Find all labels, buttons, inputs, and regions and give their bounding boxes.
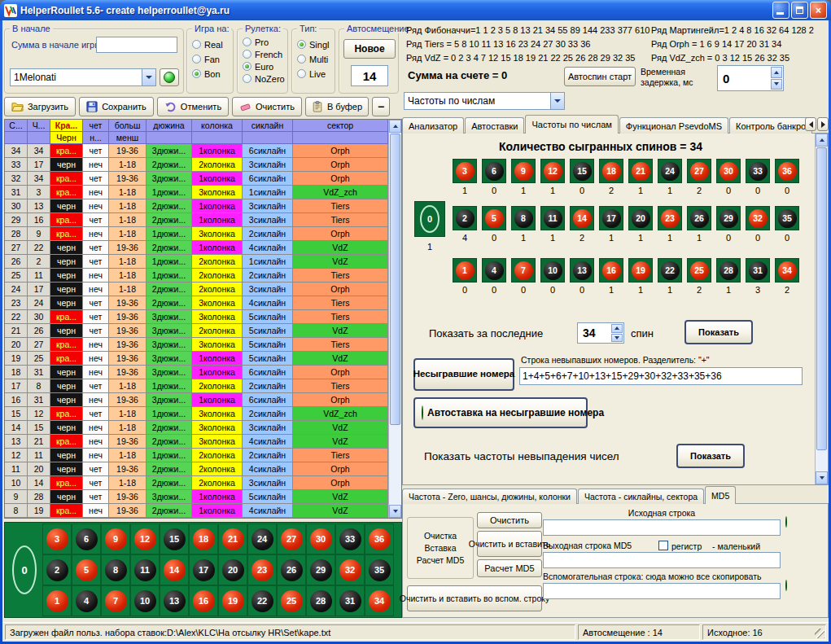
md5-clear-paste-aux-button[interactable]: Очистить и вставить во вспом. строку — [407, 585, 542, 611]
board-number-30[interactable]: 30 — [306, 524, 335, 554]
radio-pro[interactable]: Pro — [243, 37, 285, 47]
md5-source-input[interactable] — [543, 519, 781, 536]
board-number-27[interactable]: 27 — [277, 524, 306, 554]
scroll-down-icon[interactable] — [389, 505, 401, 518]
freq-number-2[interactable]: 2 — [453, 206, 477, 230]
show-frequencies-button[interactable]: Показать — [684, 320, 753, 344]
freq-number-35[interactable]: 35 — [775, 206, 799, 230]
tab-3[interactable]: Частоты по числам — [525, 115, 618, 134]
board-number-23[interactable]: 23 — [247, 554, 277, 585]
freq-number-24[interactable]: 24 — [658, 159, 682, 183]
radio-fan[interactable]: Fan — [192, 54, 223, 64]
radio-multi[interactable]: Multi — [297, 54, 329, 64]
bottom-tab-3[interactable]: MD5 — [705, 486, 736, 504]
board-number-14[interactable]: 14 — [160, 554, 189, 585]
green-led-button[interactable] — [785, 517, 787, 527]
freq-number-28[interactable]: 28 — [716, 258, 741, 283]
table-row[interactable]: 2027кра...неч19-363дюжи...3колонка5сикла… — [5, 338, 401, 352]
spinner-up-icon[interactable] — [611, 324, 623, 333]
table-row[interactable]: 1831черннеч19-363дюжи...1колонка6сиклайн… — [5, 366, 401, 379]
tab-scroll-right-button[interactable] — [817, 117, 829, 131]
freq-number-30[interactable]: 30 — [716, 159, 741, 183]
scroll-up-icon[interactable] — [816, 134, 828, 147]
table-row[interactable]: 1211черннеч1-181дюжи...2колонка2сиклайнT… — [5, 449, 401, 462]
radio-singl[interactable]: Singl — [297, 39, 329, 50]
md5-output-input[interactable] — [543, 552, 781, 568]
spinner-up-icon[interactable] — [771, 67, 782, 78]
chevron-down-icon[interactable] — [142, 69, 155, 85]
board-number-4[interactable]: 4 — [72, 585, 101, 616]
table-row[interactable]: 1321кра...неч19-362дюжи...3колонка4сикла… — [5, 435, 401, 449]
freq-number-19[interactable]: 19 — [628, 258, 653, 283]
tab-scroll-left-button[interactable] — [805, 117, 816, 131]
radio-real[interactable]: Real — [192, 39, 223, 50]
board-number-6[interactable]: 6 — [72, 524, 101, 554]
board-number-35[interactable]: 35 — [365, 554, 394, 585]
preset-combobox[interactable]: 1Melonati — [10, 68, 156, 86]
board-number-28[interactable]: 28 — [306, 585, 335, 616]
board-number-25[interactable]: 25 — [277, 585, 306, 616]
freq-number-6[interactable]: 6 — [482, 159, 506, 183]
board-number-11[interactable]: 11 — [130, 554, 160, 585]
board-number-13[interactable]: 13 — [160, 585, 189, 616]
preset-go-button[interactable] — [160, 68, 179, 86]
board-number-8[interactable]: 8 — [101, 554, 130, 585]
board-number-2[interactable]: 2 — [42, 554, 72, 585]
tab-4[interactable]: Функционал PsevdoMS — [619, 117, 728, 134]
delay-spinner[interactable]: 0 — [717, 65, 784, 91]
freq-number-23[interactable]: 23 — [658, 206, 682, 230]
board-number-12[interactable]: 12 — [130, 524, 160, 554]
register-checkbox[interactable] — [658, 541, 668, 550]
table-row[interactable]: 2417черннеч1-182дюжи...2колонка3сиклайнO… — [5, 283, 401, 296]
tab-2[interactable]: Автоставки — [465, 117, 524, 134]
board-number-34[interactable]: 34 — [365, 585, 394, 616]
table-row[interactable]: 289кра...неч1-181дюжи...3колонка2сиклайн… — [5, 227, 401, 241]
table-row[interactable]: 928чернчет19-363дюжи...1колонка5сиклайнV… — [5, 490, 401, 504]
table-row[interactable]: 313кра...неч1-181дюжи...3колонка1сиклайн… — [5, 186, 401, 199]
freq-number-25[interactable]: 25 — [687, 258, 711, 283]
mode-combobox[interactable]: Частоты по числам — [404, 92, 565, 110]
freq-number-22[interactable]: 22 — [658, 258, 682, 283]
table-row[interactable]: 262чернчет1-181дюжи...2колонка1сиклайнVd… — [5, 255, 401, 269]
table-row[interactable]: 3434кра...чет19-363дюжи...1колонка6сикла… — [5, 144, 401, 158]
unplayed-string-input[interactable] — [519, 367, 803, 385]
table-row[interactable]: 2722чернчет19-362дюжи...1колонка4сиклайн… — [5, 241, 401, 255]
close-button[interactable]: × — [810, 2, 827, 19]
freq-number-34[interactable]: 34 — [775, 258, 799, 283]
board-number-31[interactable]: 31 — [335, 585, 365, 616]
table-row[interactable]: 1512кра...чет1-181дюжи...3колонка2сиклай… — [5, 407, 401, 421]
md5-aux-input[interactable] — [543, 583, 781, 599]
board-number-21[interactable]: 21 — [218, 524, 247, 554]
autospin-start-button[interactable]: Автоспин старт — [564, 67, 636, 86]
board-number-16[interactable]: 16 — [189, 585, 218, 616]
board-number-9[interactable]: 9 — [101, 524, 130, 554]
freq-number-33[interactable]: 33 — [746, 159, 770, 183]
radio-live[interactable]: Live — [297, 68, 329, 79]
freq-number-1[interactable]: 1 — [453, 258, 477, 283]
start-sum-input[interactable] — [96, 37, 177, 53]
radio-nozero[interactable]: NoZero — [243, 73, 285, 84]
copy-to-buffer-button[interactable]: В буфер — [305, 97, 369, 116]
bottom-tab-1[interactable]: Частота - Zero, шансы, дюжины, колонки — [402, 488, 577, 504]
minimize-button[interactable] — [772, 2, 789, 19]
board-number-22[interactable]: 22 — [247, 585, 277, 616]
table-row[interactable]: 2511черннеч1-181дюжи...2колонка2сиклайнT… — [5, 269, 401, 283]
board-number-33[interactable]: 33 — [335, 524, 365, 554]
md5-clear-button[interactable]: Очистить — [477, 512, 542, 528]
freq-number-27[interactable]: 27 — [687, 159, 711, 183]
freq-number-14[interactable]: 14 — [570, 206, 594, 230]
freq-number-11[interactable]: 11 — [540, 206, 565, 230]
table-scrollbar[interactable] — [388, 120, 401, 518]
scrollbar-thumb[interactable] — [390, 134, 400, 425]
freq-number-10[interactable]: 10 — [540, 258, 565, 283]
resize-grip[interactable] — [815, 629, 824, 638]
table-row[interactable]: 2230кра...чет19-363дюжи...3колонка5сикла… — [5, 310, 401, 324]
radio-french[interactable]: French — [243, 49, 285, 59]
autobet-unplayed-button[interactable]: Автоставка на несыгравшие номера — [413, 397, 588, 428]
freq-number-5[interactable]: 5 — [482, 206, 506, 230]
table-row[interactable]: 1925кра...неч19-363дюжи...1колонка5сикла… — [5, 352, 401, 366]
freq-number-20[interactable]: 20 — [628, 206, 653, 230]
spinner-down-icon[interactable] — [611, 334, 623, 343]
spinner-down-icon[interactable] — [771, 79, 782, 90]
save-button[interactable]: Сохранить — [79, 97, 154, 116]
